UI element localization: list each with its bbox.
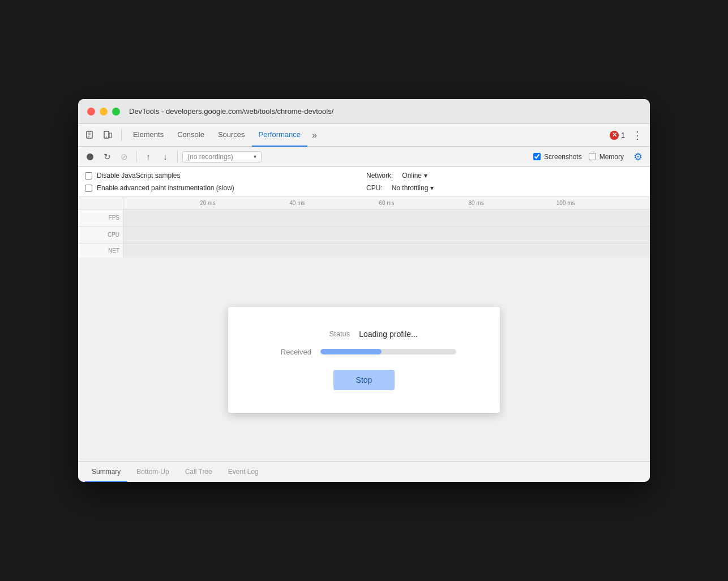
toolbar-separator-2 — [177, 151, 178, 163]
disable-js-samples-checkbox[interactable] — [85, 172, 92, 180]
inspect-element-icon[interactable] — [83, 127, 99, 143]
memory-checkbox[interactable] — [589, 153, 596, 160]
network-dropdown-arrow: ▾ — [424, 172, 427, 180]
performance-toolbar: ↻ ⊘ ↑ ↓ (no recordings) ▾ Screenshots Me… — [78, 147, 650, 167]
net-track — [123, 243, 650, 258]
devtools-window: DevTools - developers.google.com/web/too… — [78, 99, 650, 482]
status-label: Status — [310, 330, 350, 338]
net-label: NET — [78, 243, 123, 258]
timeline-tracks: FPS CPU NET — [78, 210, 650, 258]
tick-80ms: 80 ms — [468, 200, 483, 206]
tab-performance[interactable]: Performance — [252, 124, 307, 147]
screenshots-checkbox-label[interactable]: Screenshots — [533, 153, 582, 161]
cpu-dropdown-arrow: ▾ — [430, 184, 434, 192]
tab-console[interactable]: Console — [170, 124, 211, 147]
network-label: Network: — [366, 172, 393, 180]
bottom-tab-call-tree[interactable]: Call Tree — [178, 462, 219, 482]
record-button[interactable] — [83, 149, 97, 164]
received-row: Received — [262, 348, 466, 356]
disable-js-samples-label[interactable]: Disable JavaScript samples — [97, 172, 180, 180]
network-dropdown[interactable]: Online ▾ — [402, 172, 427, 180]
clear-icon: ⊘ — [121, 152, 128, 162]
timeline-ticks: 20 ms 40 ms 60 ms 80 ms 100 ms — [123, 197, 650, 209]
tick-60ms: 60 ms — [379, 200, 394, 206]
timeline-header: 20 ms 40 ms 60 ms 80 ms 100 ms — [78, 197, 650, 210]
bottom-tab-bottom-up[interactable]: Bottom-Up — [130, 462, 175, 482]
memory-checkbox-label[interactable]: Memory — [589, 153, 624, 161]
cpu-row: CPU: No throttling ▾ — [366, 184, 643, 192]
device-toolbar-icon[interactable] — [100, 127, 115, 143]
status-value: Loading profile... — [359, 330, 418, 339]
tick-100ms: 100 ms — [556, 200, 575, 206]
timeline-left-pad — [78, 197, 123, 209]
loading-dialog: Status Loading profile... Received Stop — [228, 307, 500, 413]
enable-paint-row: Enable advanced paint instrumentation (s… — [85, 184, 362, 192]
settings-bar: Disable JavaScript samples Network: Onli… — [78, 167, 650, 197]
download-button[interactable]: ↓ — [158, 149, 173, 164]
upload-button[interactable]: ↑ — [141, 149, 156, 164]
devtools-tab-bar: Elements Console Sources Performance » ✕… — [78, 124, 650, 147]
svg-point-3 — [106, 136, 107, 138]
error-badge[interactable]: ✕ 1 — [610, 131, 625, 140]
tab-elements[interactable]: Elements — [126, 124, 170, 147]
bottom-tab-event-log[interactable]: Event Log — [221, 462, 265, 482]
timeline-labels: FPS CPU NET — [78, 210, 123, 258]
fps-label: FPS — [78, 210, 123, 227]
tab-separator — [121, 129, 122, 142]
maximize-button[interactable] — [112, 108, 120, 116]
screenshots-checkbox[interactable] — [533, 153, 541, 160]
status-row: Status Loading profile... — [262, 330, 466, 339]
tick-20ms: 20 ms — [200, 200, 215, 206]
timeline-track-area — [123, 210, 650, 258]
tab-bar-right: ✕ 1 ⋮ — [610, 127, 645, 143]
disable-js-samples-row: Disable JavaScript samples — [85, 172, 362, 180]
cpu-label: CPU — [78, 227, 123, 243]
more-tabs-button[interactable]: » — [307, 124, 322, 147]
titlebar: DevTools - developers.google.com/web/too… — [78, 99, 650, 124]
received-label: Received — [272, 348, 311, 356]
close-button[interactable] — [87, 108, 95, 116]
download-icon: ↓ — [163, 152, 168, 161]
traffic-lights — [87, 108, 120, 116]
toolbar-separator-1 — [136, 151, 136, 163]
tick-40ms: 40 ms — [289, 200, 305, 206]
stop-button[interactable]: Stop — [333, 370, 395, 390]
cpu-track — [123, 227, 650, 243]
settings-gear-button[interactable]: ⚙ — [631, 149, 645, 164]
upload-icon: ↑ — [146, 152, 151, 161]
main-content: Status Loading profile... Received Stop — [78, 258, 650, 462]
recording-select[interactable]: (no recordings) ▾ — [182, 151, 262, 163]
bottom-tab-bar: Summary Bottom-Up Call Tree Event Log — [78, 462, 650, 482]
more-options-button[interactable]: ⋮ — [629, 127, 645, 143]
clear-button[interactable]: ⊘ — [117, 149, 131, 164]
reload-icon: ↻ — [104, 152, 111, 162]
svg-rect-2 — [109, 133, 112, 138]
enable-paint-checkbox[interactable] — [85, 185, 92, 192]
record-circle-icon — [87, 153, 93, 160]
fps-track — [123, 210, 650, 227]
progress-bar-fill — [320, 349, 382, 354]
dropdown-arrow-icon: ▾ — [254, 153, 256, 160]
progress-bar — [320, 349, 456, 354]
cpu-dropdown[interactable]: No throttling ▾ — [392, 184, 434, 192]
reload-record-button[interactable]: ↻ — [100, 149, 114, 164]
cpu-label: CPU: — [366, 184, 383, 192]
enable-paint-label[interactable]: Enable advanced paint instrumentation (s… — [97, 184, 234, 192]
error-icon: ✕ — [610, 131, 619, 140]
screenshots-section: Screenshots Memory ⚙ — [533, 149, 645, 164]
bottom-tab-summary[interactable]: Summary — [85, 462, 127, 482]
window-title: DevTools - developers.google.com/web/too… — [129, 107, 333, 116]
minimize-button[interactable] — [100, 108, 108, 116]
network-row: Network: Online ▾ — [366, 172, 643, 180]
tab-sources[interactable]: Sources — [211, 124, 252, 147]
